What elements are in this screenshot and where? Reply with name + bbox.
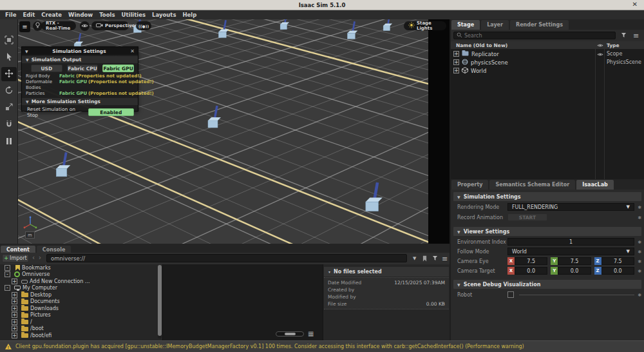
expand-icon[interactable]: + (12, 333, 17, 338)
viewer-settings-section[interactable]: ▼ Viewer Settings (453, 227, 641, 236)
simulation-output-header[interactable]: ▼ Simulation Output (22, 56, 138, 63)
expand-icon[interactable]: + (12, 279, 17, 284)
bookmark-icon[interactable] (422, 255, 427, 262)
camera-eye-z-field[interactable]: 7.5 (601, 257, 634, 265)
tab-stage[interactable]: Stage (451, 20, 480, 30)
tree-item[interactable]: + /boot (0, 326, 162, 333)
tree-item[interactable]: + Downloads (0, 305, 162, 312)
expand-icon[interactable]: + (12, 298, 17, 304)
file-list-area[interactable]: ▦ (163, 264, 323, 340)
expand-icon[interactable]: + (453, 68, 459, 73)
tab-property[interactable]: Property (451, 180, 488, 190)
menu-item[interactable]: Tools (96, 12, 118, 18)
expand-icon[interactable]: + (12, 292, 17, 298)
start-record-button[interactable]: START (507, 213, 547, 221)
expand-icon[interactable]: - (5, 285, 10, 291)
visibility-button[interactable] (80, 21, 90, 31)
tree-item[interactable]: + Pictures (0, 312, 162, 319)
slider-handle[interactable] (285, 333, 296, 335)
expand-icon[interactable]: + (12, 312, 17, 318)
more-settings-header[interactable]: ▼ More Simulation Settings (22, 98, 138, 105)
address-dropdown-icon[interactable]: ▼ (413, 256, 416, 261)
column-type[interactable]: Type (607, 43, 620, 48)
expand-icon[interactable]: + (12, 326, 17, 331)
rendering-mode-dropdown[interactable]: FULL_RENDERING ▼ (507, 203, 634, 211)
stage-options-button[interactable]: ≡ (633, 32, 639, 40)
menu-item[interactable]: Help (179, 12, 200, 18)
content-options-button[interactable]: ≡ (442, 255, 448, 263)
camera-target-z-field[interactable]: 0.0 (601, 267, 634, 275)
stage-row-replicator[interactable]: + Replicator Scope (451, 50, 644, 58)
viewport-settings-button[interactable]: ≡ (19, 21, 30, 32)
camera-eye-y-field[interactable]: 7.5 (558, 257, 591, 265)
expand-icon[interactable]: + (453, 51, 459, 57)
tab-render-settings[interactable]: Render Settings (510, 20, 569, 30)
back-button[interactable]: ‹ (32, 254, 35, 261)
stage-row-physicsscene[interactable]: + physicsScene PhysicsScene (451, 58, 644, 66)
tree-scrollbar[interactable] (158, 265, 162, 338)
tree-item[interactable]: - Bookmarks (0, 264, 162, 271)
mode-fabric-cpu-button[interactable]: Fabric CPU (67, 64, 99, 72)
import-button[interactable]: + Import (2, 254, 29, 262)
grid-view-icon[interactable]: ▦ (308, 330, 314, 337)
reset-enabled-button[interactable]: Enabled (88, 108, 134, 116)
menu-item[interactable]: Utilities (118, 12, 149, 18)
scrollbar-thumb[interactable] (158, 265, 162, 336)
expand-icon[interactable]: - (5, 271, 10, 277)
robot-checkbox[interactable] (507, 291, 514, 298)
search-input[interactable] (464, 33, 612, 39)
pause-button[interactable] (1, 134, 17, 148)
stage-filter-button[interactable] (621, 32, 627, 38)
tab-layer[interactable]: Layer (481, 20, 509, 30)
tab-semantics-schema-editor[interactable]: Semantics Schema Editor (489, 180, 575, 190)
expand-icon[interactable]: + (453, 59, 459, 65)
snap-button[interactable] (1, 117, 17, 132)
mode-fabric-gpu-button[interactable]: Fabric GPU (102, 64, 134, 72)
selection-header[interactable]: ▾ No files selected (324, 267, 449, 277)
camera-target-x-field[interactable]: 0.0 (515, 267, 547, 275)
camera-target-y-field[interactable]: 0.0 (558, 267, 591, 275)
content-filter-button[interactable] (432, 255, 438, 261)
window-close-icon[interactable]: ✕ (632, 1, 638, 8)
address-input[interactable] (47, 255, 406, 262)
stage-lights-button[interactable]: Stage Lights (404, 21, 446, 30)
forward-button[interactable]: › (39, 254, 41, 261)
camera-selector[interactable]: Perspective (91, 21, 129, 30)
tree-item[interactable]: + / (0, 318, 162, 326)
menu-item[interactable]: Layouts (149, 12, 179, 18)
menu-item[interactable]: Edit (19, 12, 38, 18)
tree-item[interactable]: - My Computer (0, 285, 162, 292)
eye-icon[interactable] (597, 52, 603, 58)
cursor-button[interactable] (1, 50, 17, 64)
address-bar[interactable] (46, 254, 407, 262)
renderer-selector[interactable]: RTX - Real-Time (41, 21, 76, 30)
menu-item[interactable]: Window (65, 12, 96, 18)
tree-item[interactable]: + /boot/efi (0, 332, 162, 339)
popup-close-icon[interactable]: ✕ (130, 48, 135, 54)
physics-badge[interactable]: ((●)) (136, 21, 151, 30)
environment-index-field[interactable]: 1 (507, 238, 634, 246)
follow-mode-dropdown[interactable]: World ▼ (507, 248, 634, 255)
select-mode-button[interactable] (1, 34, 17, 48)
mode-usd-button[interactable]: USD (31, 64, 62, 72)
popup-titlebar[interactable]: ▼ Simulation Settings ✕ (22, 47, 138, 55)
tree-item[interactable]: + Add New Connection ... (0, 278, 162, 285)
expand-icon[interactable]: + (12, 306, 17, 311)
tree-item[interactable]: + Desktop (0, 291, 162, 298)
stage-search-field[interactable] (453, 32, 616, 39)
column-name[interactable]: Name (Old to New) (456, 43, 507, 48)
menu-item[interactable]: File (2, 12, 19, 18)
tree-item[interactable]: - Omniverse (0, 271, 162, 279)
rotate-tool-button[interactable] (1, 84, 17, 98)
expand-icon[interactable]: - (5, 265, 10, 271)
scene-debug-section[interactable]: ▼ Scene Debug Visualization (453, 280, 641, 289)
tab-isaaclab[interactable]: IsaacLab (576, 180, 614, 190)
simulation-settings-section[interactable]: ▼ Simulation Settings (453, 192, 641, 201)
tree-item[interactable]: + Documents (0, 298, 162, 306)
menu-item[interactable]: Create (38, 12, 65, 18)
move-tool-button[interactable] (1, 67, 17, 81)
camera-eye-x-field[interactable]: 7.5 (515, 257, 547, 265)
stage-row-world[interactable]: + World (451, 66, 644, 75)
expand-icon[interactable]: + (12, 319, 17, 325)
scale-tool-button[interactable] (1, 101, 17, 115)
